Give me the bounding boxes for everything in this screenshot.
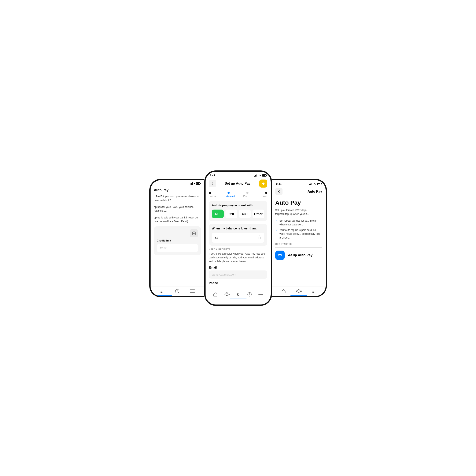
amount-card-title: Auto top-up my account with:: [212, 204, 264, 207]
left-nav-indicator: [155, 295, 172, 296]
amount-20-button[interactable]: £20: [225, 210, 237, 218]
amount-other-button[interactable]: Other: [253, 210, 264, 218]
center-help-icon[interactable]: ?: [247, 292, 252, 297]
right-back-arrow-icon: [277, 190, 281, 193]
svg-rect-9: [258, 237, 261, 239]
amount-30-button[interactable]: £30: [239, 210, 251, 218]
svg-point-13: [229, 294, 230, 295]
right-pound-icon[interactable]: £: [312, 289, 316, 293]
svg-line-28: [297, 290, 298, 291]
svg-point-26: [298, 292, 299, 293]
signal-icon: [190, 182, 193, 185]
amount-card: Auto top-up my account with: £10 £20 £30…: [209, 201, 267, 221]
center-pound-icon[interactable]: £: [236, 292, 240, 297]
svg-rect-6: [190, 289, 195, 290]
left-phone-content: Auto Pay c PAYG top-ups so you never whe…: [151, 186, 204, 258]
setup-btn-label: Set up Auto Pay: [287, 253, 313, 257]
check-item-1: ✓ Your auto top-up is paid card, so you'…: [275, 228, 322, 239]
step-line-0: [211, 193, 228, 193]
receipt-desc: If you'd like a receipt when your Auto P…: [209, 252, 267, 263]
setup-autopay-button[interactable]: Set up Auto Pay: [275, 250, 322, 260]
center-menu-icon[interactable]: [258, 293, 263, 296]
center-nav-indicator: [230, 299, 247, 299]
svg-rect-22: [258, 294, 263, 295]
right-status-bar: 9:41 ∿: [272, 180, 326, 186]
right-content: Auto Pay Set up automatic PAYG top-u...f…: [272, 197, 326, 263]
phone-label: Phone: [209, 281, 267, 285]
nav-pound-icon[interactable]: £: [160, 289, 164, 293]
credit-card: Credit limit £2.00: [154, 226, 201, 255]
svg-line-15: [225, 295, 226, 296]
credit-value: £2.00: [157, 244, 198, 252]
center-content: Auto top-up my account with: £10 £20 £30…: [205, 198, 271, 290]
email-label: Email: [209, 266, 267, 269]
balance-value: £2: [215, 236, 219, 239]
right-time: 9:41: [276, 182, 282, 186]
right-nav-title: Auto Pay: [307, 190, 322, 193]
center-wifi-icon: ∿: [259, 174, 261, 177]
right-nodes-icon[interactable]: [296, 289, 302, 293]
balance-card: When my balance is lower than: £2: [209, 224, 267, 246]
left-phone: ▾ Auto Pay c PAYG top-ups so you never w…: [149, 179, 204, 297]
autopay-heading: Auto Pay: [275, 199, 322, 206]
receipt-section: NEED A RECEIPT? If you'd like a receipt …: [209, 248, 267, 285]
svg-point-12: [226, 295, 227, 296]
right-nav-indicator: [290, 295, 307, 296]
step-dot-0: [209, 192, 211, 194]
right-home-icon[interactable]: [281, 289, 286, 293]
center-status-bar: 9:41 ∿: [205, 172, 271, 178]
autopay-desc: Set up automatic PAYG top-u...forget to …: [275, 208, 322, 216]
svg-rect-7: [190, 291, 195, 291]
step-line-1: [230, 193, 246, 193]
right-battery-icon: [317, 183, 322, 185]
amount-10-button[interactable]: £10: [212, 210, 224, 218]
wifi-icon: ▾: [194, 182, 195, 185]
nav-menu-icon[interactable]: [190, 289, 195, 293]
back-button[interactable]: [209, 180, 216, 187]
balance-row: £2: [212, 233, 264, 243]
svg-text:?: ?: [177, 290, 178, 293]
receipt-label: NEED A RECEIPT?: [209, 248, 267, 251]
scene: ▾ Auto Pay c PAYG top-ups so you never w…: [122, 170, 354, 306]
svg-text:£: £: [237, 292, 239, 297]
delete-icon-wrap: [157, 229, 198, 237]
step-dot-1: [228, 192, 230, 194]
nav-help-icon[interactable]: ?: [175, 289, 180, 293]
left-status-bar: ▾: [151, 180, 204, 186]
email-input[interactable]: sam@example.com: [209, 271, 267, 279]
stepper-dots: [209, 192, 267, 194]
lock-icon: [257, 235, 261, 240]
svg-line-29: [297, 291, 298, 292]
delete-button[interactable]: [190, 229, 198, 237]
step-label-3: Done: [253, 195, 267, 197]
step-label-0: Energy: [209, 195, 223, 197]
svg-text:?: ?: [249, 293, 250, 296]
center-status-icons: ∿: [254, 174, 266, 177]
left-bottom-nav: £ ?: [151, 287, 204, 296]
right-wifi-icon: ∿: [314, 182, 316, 186]
right-back-button[interactable]: [275, 188, 283, 195]
checkmark-0: ✓: [275, 219, 278, 222]
right-bottom-nav: £: [272, 287, 326, 296]
svg-rect-8: [190, 292, 195, 293]
center-signal-icon: [254, 174, 257, 177]
svg-point-25: [298, 289, 299, 290]
left-text3: op-up is paid with your bank ll never go…: [154, 216, 201, 223]
amount-grid: £10 £20 £30 Other: [212, 210, 264, 218]
center-home-icon[interactable]: [213, 292, 218, 297]
right-signal-icon: [309, 183, 312, 185]
right-status-icons: ∿: [309, 182, 322, 186]
left-text2: op-ups for your PAYG your balance reache…: [154, 205, 201, 213]
get-started-label: GET STARTED: [275, 243, 322, 245]
stepper: Energy Amount Pay Done: [205, 189, 271, 198]
center-nodes-icon[interactable]: [224, 292, 230, 296]
svg-line-31: [299, 291, 301, 292]
svg-point-11: [226, 292, 227, 293]
lightning-button[interactable]: [259, 180, 267, 187]
credit-label: Credit limit: [157, 239, 198, 242]
svg-point-27: [301, 291, 302, 292]
center-nav-title: Set up Auto Pay: [224, 182, 250, 186]
svg-rect-0: [192, 232, 195, 235]
svg-line-17: [227, 295, 229, 296]
left-status-icons: ▾: [190, 182, 200, 185]
